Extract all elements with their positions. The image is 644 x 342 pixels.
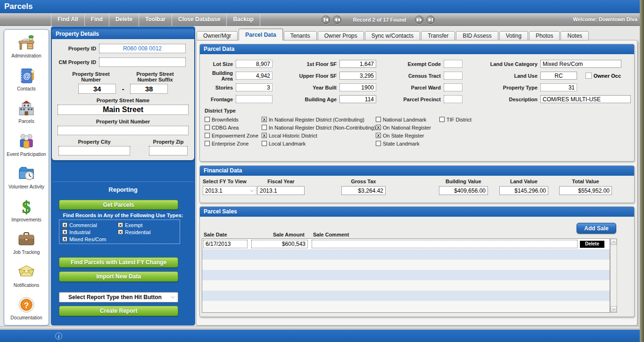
sidebar-item-documentation[interactable]: ? Documentation <box>4 295 49 320</box>
tab-notes[interactable]: Notes <box>561 31 588 41</box>
street-number-field[interactable]: 34 <box>78 84 116 94</box>
description-field[interactable]: COM/RES MULTI-USE <box>540 95 631 103</box>
checkbox-nr-contributing[interactable]: XIn National Register District (Contribu… <box>262 115 376 123</box>
toolbar-button[interactable]: Toolbar <box>139 13 172 26</box>
property-zip-field[interactable] <box>149 146 188 155</box>
sidebar-item-improvements[interactable]: $ Improvements <box>4 197 49 222</box>
property-type-field[interactable]: 31 <box>540 83 577 91</box>
report-type-select[interactable]: Select Report Type then Hit Button <box>59 292 178 302</box>
sidebar-item-parcels[interactable]: Parcels <box>4 99 49 124</box>
checkbox-on-national-register[interactable]: XOn National Register <box>376 123 431 131</box>
property-id-field[interactable]: R060 008 0012 <box>99 44 186 53</box>
tab-parcel-data[interactable]: Parcel Data <box>239 29 282 41</box>
parcel-precinct-field[interactable] <box>444 95 462 103</box>
select-fy-label: Select FY To View <box>203 179 256 184</box>
property-city-field[interactable] <box>58 146 130 155</box>
street-suffix-field[interactable]: 38 <box>130 84 168 94</box>
building-value-field[interactable]: $409,656.00 <box>439 186 488 195</box>
tab-owner-props[interactable]: Owner Props <box>318 31 364 41</box>
checkbox-cdbg-area[interactable]: CDBG Area <box>205 123 258 131</box>
svg-text:@: @ <box>23 72 31 80</box>
add-sale-button[interactable]: Add Sale <box>577 223 616 234</box>
tab-photos[interactable]: Photos <box>529 31 560 41</box>
tab-transfer[interactable]: Transfer <box>421 31 455 41</box>
first-floor-field[interactable]: 1,647 <box>339 60 376 68</box>
checkbox-national-landmark[interactable]: National Landmark <box>376 115 431 123</box>
sale-amount-field[interactable]: $600,543 <box>251 240 308 248</box>
lot-size-field[interactable]: 8,907 <box>236 60 272 68</box>
land-use-category-field[interactable]: Mixed Res/Com <box>540 60 621 68</box>
checkbox-on-state-register[interactable]: XOn State Register <box>376 131 431 139</box>
checkbox-industrial[interactable]: XIndustrial <box>62 229 118 235</box>
sidebar-item-contacts[interactable]: @ Contacts <box>4 66 49 91</box>
record-status: Record 2 of 17 Found <box>344 17 415 23</box>
parcel-ward-field[interactable] <box>444 83 462 91</box>
census-tract-field[interactable] <box>444 72 462 80</box>
exempt-code-field[interactable] <box>444 60 462 68</box>
find-latest-fy-button[interactable]: Find Parcels with Latest FY Change <box>59 257 178 268</box>
street-suffix-label: Property Street Number Suffix <box>129 71 181 82</box>
first-record-button[interactable] <box>322 16 330 24</box>
find-button[interactable]: Find <box>84 13 109 26</box>
land-use-field[interactable]: RC <box>540 72 577 80</box>
land-value-field[interactable]: $145,296.00 <box>499 186 548 195</box>
street-name-field[interactable]: Main Street <box>58 105 189 115</box>
tab-tenants[interactable]: Tenants <box>284 31 317 41</box>
tab-sync-contacts[interactable]: Sync w/Contacts <box>365 31 420 41</box>
gross-tax-field[interactable]: $3,264.42 <box>341 186 386 195</box>
checkbox-commercial[interactable]: XCommercial <box>62 222 118 228</box>
building-area-label: Building Area <box>202 70 236 81</box>
unit-number-field[interactable] <box>58 126 189 135</box>
stories-field[interactable]: 3 <box>236 83 272 91</box>
scroll-up-button[interactable] <box>611 239 617 245</box>
fiscal-year-field[interactable]: 2013.1 <box>257 186 305 195</box>
last-record-button[interactable] <box>426 16 435 24</box>
info-icon[interactable]: i <box>55 333 62 340</box>
sidebar-item-notifications[interactable]: Notifications <box>4 263 49 288</box>
checkbox-residential[interactable]: XResidential <box>118 229 177 235</box>
checkbox-nr-non-contributing[interactable]: In National Register District (Non-Contr… <box>262 123 376 131</box>
delete-button[interactable]: Delete <box>109 13 139 26</box>
sale-comment-field[interactable] <box>312 240 578 248</box>
year-built-field[interactable]: 1900 <box>339 83 376 91</box>
owner-occ-checkbox[interactable]: Owner Occ <box>586 73 621 79</box>
sidebar-item-event-participation[interactable]: Event Participation <box>4 132 49 157</box>
backup-button[interactable]: Backup <box>226 13 260 26</box>
checkbox-tif-district[interactable]: TIF District <box>439 115 471 123</box>
checkbox-local-landmark[interactable]: Local Landmark <box>262 139 376 147</box>
tab-voting[interactable]: Voting <box>499 31 528 41</box>
upper-floor-field[interactable]: 3,295 <box>339 72 376 80</box>
property-details-panel: Property Details Property ID R060 008 00… <box>52 29 194 160</box>
checkbox-state-landmark[interactable]: State Landmark <box>376 139 431 147</box>
tab-bid-assess[interactable]: BID Assess <box>456 31 498 41</box>
next-record-button[interactable] <box>415 16 423 24</box>
create-report-button[interactable]: Create Report <box>59 306 178 316</box>
checkbox-enterprise-zone[interactable]: Enterprise Zone <box>205 139 258 147</box>
select-fy-dropdown[interactable]: 2013.1 <box>203 186 256 195</box>
checkbox-exempt[interactable]: XExempt <box>118 222 177 228</box>
building-area-field[interactable]: 4,942 <box>236 72 272 80</box>
sale-row[interactable]: 6/17/2013 $600,543 Delete <box>202 239 610 249</box>
year-built-label: Year Built <box>292 85 339 90</box>
get-parcels-button[interactable]: Get Parcels <box>59 200 178 210</box>
sidebar-item-job-tracking[interactable]: Job Tracking <box>4 230 49 255</box>
total-value-field[interactable]: $554,952.00 <box>559 186 612 195</box>
tab-owner-mgr[interactable]: Owner/Mgr <box>197 31 238 41</box>
cm-property-id-field[interactable] <box>99 57 186 67</box>
sidebar-item-administration[interactable]: Administration <box>4 33 49 58</box>
prev-record-button[interactable] <box>333 16 341 24</box>
checkbox-local-historic[interactable]: XLocal Historic District <box>262 131 376 139</box>
frontage-field[interactable] <box>236 95 272 103</box>
building-age-field[interactable]: 114 <box>339 95 376 103</box>
close-database-button[interactable]: Close Database <box>172 13 226 26</box>
sales-scrollbar[interactable] <box>610 238 617 313</box>
find-all-button[interactable]: Find All <box>51 13 84 26</box>
scroll-down-button[interactable] <box>611 306 617 312</box>
checkbox-empowerment-zone[interactable]: Empowerment Zone <box>205 131 258 139</box>
sale-date-field[interactable]: 6/17/2013 <box>203 240 248 248</box>
sidebar-item-volunteer-activity[interactable]: Volunteer Activity <box>4 164 49 189</box>
checkbox-mixed-res-com[interactable]: XMixed Res/Com <box>62 236 118 242</box>
delete-sale-button[interactable]: Delete <box>580 241 604 248</box>
import-new-data-button[interactable]: Import New Data <box>59 271 178 282</box>
checkbox-brownfields[interactable]: Brownfields <box>205 115 258 123</box>
